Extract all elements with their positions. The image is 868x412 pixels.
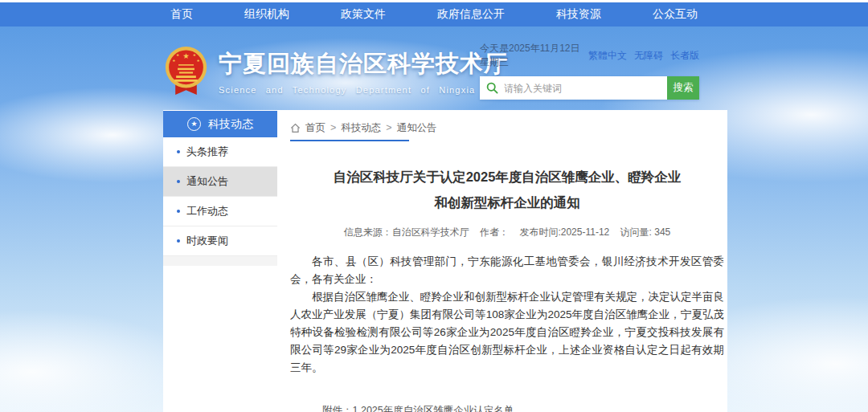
attachments-label: 附件： <box>322 404 353 412</box>
attachments: 附件： 1.2025年度自治区雏鹰企业认定名单 2.2025年度自治区瞪羚企业认… <box>290 404 724 412</box>
top-nav-inner: 首页 组织机构 政策文件 政府信息公开 科技资源 公众互动 <box>0 2 868 27</box>
article-paragraph: 各市、县（区）科技管理部门，宁东能源化工基地管委会，银川经济技术开发区管委会，各… <box>290 253 724 288</box>
breadcrumb-notices[interactable]: 通知公告 <box>397 121 437 135</box>
circled-star-icon: ★ <box>187 117 201 131</box>
top-nav: 首页 组织机构 政策文件 政府信息公开 科技资源 公众互动 <box>0 2 868 27</box>
sidebar-title: 科技动态 <box>208 117 253 132</box>
breadcrumb-separator: > <box>386 122 391 133</box>
header-utilities: 今天是2025年11月12日 星期三 繁體中文 无障碍 长者版 搜索 <box>480 42 699 100</box>
bullet-icon <box>177 239 180 243</box>
bullet-icon <box>177 180 180 183</box>
sidebar-item-current-politics[interactable]: 时政要闻 <box>163 226 277 256</box>
nav-item-public-interact[interactable]: 公众互动 <box>653 7 698 22</box>
search-box <box>480 76 667 100</box>
bullet-icon <box>177 210 180 213</box>
meta-author: 作者： <box>480 226 509 238</box>
sidebar-item-label: 工作动态 <box>186 204 228 218</box>
search-bar: 搜索 <box>480 76 699 100</box>
search-input[interactable] <box>504 83 661 94</box>
sidebar: ★ 科技动态 头条推荐 通知公告 工作动态 时政要闻 <box>163 111 277 266</box>
today-date: 今天是2025年11月12日 星期三 <box>480 42 588 69</box>
brand-text: 宁夏回族自治区科学技术厅 Science and Technology Depa… <box>219 48 508 95</box>
article-meta: 信息来源：自治区科学技术厅 作者： 发布时间:2025-11-12 访问量: 3… <box>290 226 724 239</box>
meta-visits: 访问量: 345 <box>620 226 671 238</box>
article-paragraph: 根据自治区雏鹰企业、瞪羚企业和创新型标杆企业认定管理有关规定，决定认定半亩良人农… <box>290 288 724 377</box>
nav-item-gov-info[interactable]: 政府信息公开 <box>437 7 505 22</box>
nav-item-sci-resources[interactable]: 科技资源 <box>556 7 601 22</box>
page: 首页 组织机构 政策文件 政府信息公开 科技资源 公众互动 ★ ★ ★ ★ ★ … <box>0 0 868 412</box>
breadcrumb-home[interactable]: 首页 <box>305 121 326 135</box>
link-elder-version[interactable]: 长者版 <box>670 49 699 63</box>
site-subtitle: Science and Technology Department of Nin… <box>219 85 508 95</box>
breadcrumb-tech-news[interactable]: 科技动态 <box>341 121 381 135</box>
svg-text:★: ★ <box>172 59 175 63</box>
breadcrumb-separator: > <box>330 122 336 133</box>
link-accessibility[interactable]: 无障碍 <box>634 49 663 63</box>
sidebar-header-tech-news[interactable]: ★ 科技动态 <box>163 111 277 137</box>
home-icon <box>290 123 301 133</box>
search-button[interactable]: 搜索 <box>667 76 699 100</box>
svg-text:★: ★ <box>193 53 196 57</box>
nav-item-organization[interactable]: 组织机构 <box>244 7 289 22</box>
link-traditional-chinese[interactable]: 繁體中文 <box>588 49 627 63</box>
sidebar-item-work-updates[interactable]: 工作动态 <box>163 197 277 226</box>
svg-text:★: ★ <box>182 51 190 60</box>
national-emblem-logo: ★ ★ ★ ★ ★ <box>163 46 209 96</box>
nav-item-home[interactable]: 首页 <box>170 7 193 22</box>
search-icon <box>486 82 498 94</box>
article-title-line2: 和创新型标杆企业的通知 <box>434 195 580 210</box>
sidebar-item-label: 头条推荐 <box>186 145 228 159</box>
bullet-icon <box>177 150 180 153</box>
article-body: 各市、县（区）科技管理部门，宁东能源化工基地管委会，银川经济技术开发区管委会，各… <box>290 253 724 377</box>
attachment-list: 1.2025年度自治区雏鹰企业认定名单 2.2025年度自治区瞪羚企业认定名单 … <box>353 404 544 412</box>
article-title: 自治区科技厅关于认定2025年度自治区雏鹰企业、瞪羚企业 和创新型标杆企业的通知 <box>290 164 724 215</box>
breadcrumb-underline <box>290 140 409 141</box>
svg-text:★: ★ <box>176 53 179 57</box>
sidebar-footer-strip <box>163 256 277 266</box>
sidebar-item-headlines[interactable]: 头条推荐 <box>163 137 277 167</box>
article-title-line1: 自治区科技厅关于认定2025年度自治区雏鹰企业、瞪羚企业 <box>334 169 682 184</box>
site-title: 宁夏回族自治区科学技术厅 <box>219 48 508 80</box>
sidebar-item-label: 时政要闻 <box>186 234 228 248</box>
site-brand[interactable]: ★ ★ ★ ★ ★ 宁夏回族自治区科学技术厅 Science and Techn… <box>163 46 508 96</box>
article-area: 首页 > 科技动态 > 通知公告 自治区科技厅关于认定2025年度自治区雏鹰企业… <box>290 110 724 412</box>
attachment-link-eagle-list[interactable]: 1.2025年度自治区雏鹰企业认定名单 <box>353 404 544 412</box>
nav-item-policy-docs[interactable]: 政策文件 <box>341 7 386 22</box>
meta-publish-time: 发布时间:2025-11-12 <box>519 226 609 238</box>
svg-text:★: ★ <box>197 59 200 63</box>
sidebar-item-notices[interactable]: 通知公告 <box>163 167 277 197</box>
breadcrumb: 首页 > 科技动态 > 通知公告 <box>290 120 724 136</box>
sidebar-item-label: 通知公告 <box>186 174 228 189</box>
quick-links: 繁體中文 无障碍 长者版 <box>588 49 699 63</box>
meta-source: 信息来源：自治区科学技术厅 <box>344 226 469 238</box>
content-card: ★ 科技动态 头条推荐 通知公告 工作动态 时政要闻 <box>163 110 727 412</box>
date-row: 今天是2025年11月12日 星期三 繁體中文 无障碍 长者版 <box>480 42 699 69</box>
